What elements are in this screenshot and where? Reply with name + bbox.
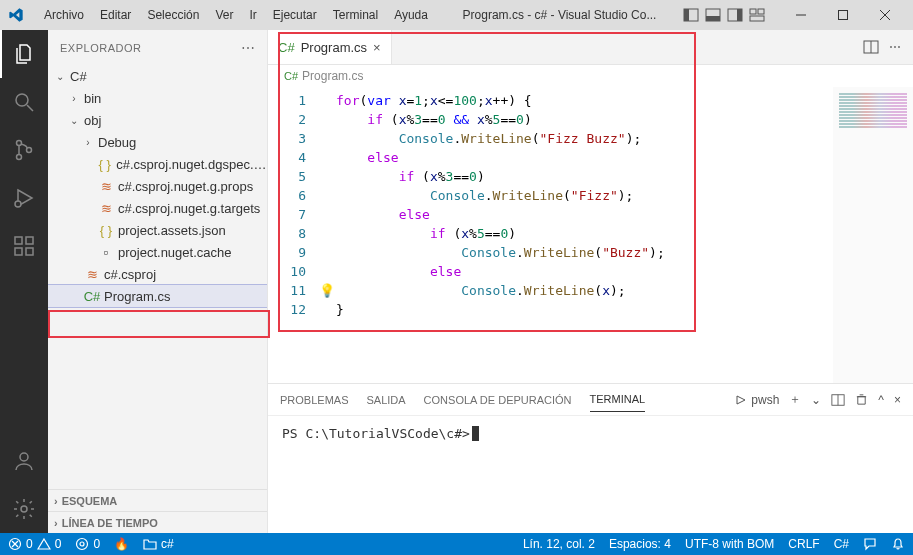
status-eol[interactable]: CRLF xyxy=(788,537,819,551)
menu-archivo[interactable]: Archivo xyxy=(36,4,92,26)
status-feedback-icon[interactable] xyxy=(863,537,877,551)
panel-tabs: PROBLEMASSALIDACONSOLA DE DEPURACIÓNTERM… xyxy=(268,384,913,416)
terminal-cursor xyxy=(472,426,479,441)
menu-selección[interactable]: Selección xyxy=(139,4,207,26)
svg-rect-21 xyxy=(15,248,22,255)
terminal-launch-shell-button[interactable]: pwsh xyxy=(735,393,779,407)
titlebar: ArchivoEditarSelecciónVerIrEjecutarTermi… xyxy=(0,0,913,30)
terminal-new-button[interactable]: ＋ xyxy=(789,391,801,408)
tree-file[interactable]: ▫project.nuget.cache xyxy=(48,241,267,263)
sidebar-section-línea-de-tiempo[interactable]: ›LÍNEA DE TIEMPO xyxy=(48,511,267,533)
terminal-kill-icon[interactable] xyxy=(855,393,868,406)
code-line[interactable]: Console.WriteLine("Fizz"); xyxy=(336,186,833,205)
window-maximize-button[interactable] xyxy=(823,1,863,29)
status-encoding[interactable]: UTF-8 with BOM xyxy=(685,537,774,551)
svg-marker-28 xyxy=(737,396,745,404)
section-label: LÍNEA DE TIEMPO xyxy=(62,517,158,529)
activity-settings-icon[interactable] xyxy=(0,485,48,533)
status-ports[interactable]: 0 xyxy=(75,537,100,551)
explorer-more-icon[interactable]: ⋯ xyxy=(241,40,256,56)
code-editor[interactable]: 123456789101112 💡 for(var x=1;x<=100;x++… xyxy=(268,87,913,383)
status-folder[interactable]: c# xyxy=(143,537,174,551)
tree-folder[interactable]: ›bin xyxy=(48,87,267,109)
svg-point-25 xyxy=(21,506,27,512)
code-line[interactable]: Console.WriteLine(x); xyxy=(336,281,833,300)
status-bell-icon[interactable] xyxy=(891,537,905,551)
code-line[interactable]: if (x%3==0 && x%5==0) xyxy=(336,110,833,129)
status-cursor-position[interactable]: Lín. 12, col. 2 xyxy=(523,537,595,551)
panel-bottom-icon[interactable] xyxy=(705,7,721,23)
activity-explorer-icon[interactable] xyxy=(0,30,48,78)
minimap[interactable] xyxy=(833,87,913,383)
split-editor-icon[interactable] xyxy=(863,39,879,55)
window-close-button[interactable] xyxy=(865,1,905,29)
terminal-dropdown-icon[interactable]: ⌄ xyxy=(811,393,821,407)
panel-tab-problemas[interactable]: PROBLEMAS xyxy=(280,388,348,412)
sidebar-section-esquema[interactable]: ›ESQUEMA xyxy=(48,489,267,511)
panel-right-icon[interactable] xyxy=(727,7,743,23)
menu-ver[interactable]: Ver xyxy=(207,4,241,26)
panel-maximize-icon[interactable]: ^ xyxy=(878,393,884,407)
window-title: Program.cs - c# - Visual Studio Co... xyxy=(440,8,679,22)
menu-ejecutar[interactable]: Ejecutar xyxy=(265,4,325,26)
svg-rect-8 xyxy=(750,16,764,21)
tree-file[interactable]: ≋c#.csproj.nuget.g.targets xyxy=(48,197,267,219)
menu-editar[interactable]: Editar xyxy=(92,4,139,26)
vscode-logo-icon xyxy=(8,7,24,23)
lightbulb-icon[interactable]: 💡 xyxy=(319,281,335,300)
svg-rect-23 xyxy=(26,237,33,244)
code-line[interactable]: Console.WriteLine("Buzz"); xyxy=(336,243,833,262)
bottom-panel: PROBLEMASSALIDACONSOLA DE DEPURACIÓNTERM… xyxy=(268,383,913,533)
panel-tab-terminal[interactable]: TERMINAL xyxy=(590,387,646,412)
code-line[interactable]: if (x%5==0) xyxy=(336,224,833,243)
activity-search-icon[interactable] xyxy=(0,78,48,126)
tree-folder[interactable]: ⌄obj xyxy=(48,109,267,131)
activity-extensions-icon[interactable] xyxy=(0,222,48,270)
activity-bar xyxy=(0,30,48,533)
tree-item-label: bin xyxy=(84,91,101,106)
panel-left-icon[interactable] xyxy=(683,7,699,23)
chevron-right-icon: › xyxy=(68,93,80,104)
status-fire-icon[interactable]: 🔥 xyxy=(114,537,129,551)
svg-rect-5 xyxy=(737,9,742,21)
menu-ir[interactable]: Ir xyxy=(241,4,264,26)
section-label: ESQUEMA xyxy=(62,495,118,507)
tree-file[interactable]: ≋c#.csproj xyxy=(48,263,267,285)
breadcrumb[interactable]: C# Program.cs xyxy=(268,65,913,87)
menu-terminal[interactable]: Terminal xyxy=(325,4,386,26)
tree-file[interactable]: { }project.assets.json xyxy=(48,219,267,241)
tab-program-cs[interactable]: C# Program.cs × xyxy=(268,30,392,64)
panel-close-icon[interactable]: × xyxy=(894,393,901,407)
tree-folder[interactable]: ›Debug xyxy=(48,131,267,153)
status-language[interactable]: C# xyxy=(834,537,849,551)
code-line[interactable]: else xyxy=(336,205,833,224)
activity-account-icon[interactable] xyxy=(0,437,48,485)
activity-source-control-icon[interactable] xyxy=(0,126,48,174)
terminal-split-icon[interactable] xyxy=(831,393,845,407)
tree-file[interactable]: { }c#.csproj.nuget.dgspec.json xyxy=(48,153,267,175)
window-minimize-button[interactable] xyxy=(781,1,821,29)
editor-more-icon[interactable]: ⋯ xyxy=(889,40,901,54)
customize-layout-icon[interactable] xyxy=(749,7,765,23)
tree-file[interactable]: ≋c#.csproj.nuget.g.props xyxy=(48,175,267,197)
panel-tab-consola-de-depuración[interactable]: CONSOLA DE DEPURACIÓN xyxy=(424,388,572,412)
code-line[interactable]: else xyxy=(336,262,833,281)
terminal[interactable]: PS C:\TutorialVSCode\c#> xyxy=(268,416,913,533)
activity-run-debug-icon[interactable] xyxy=(0,174,48,222)
tree-root-folder[interactable]: ⌄ C# xyxy=(48,65,267,87)
code-content[interactable]: for(var x=1;x<=100;x++) { if (x%3==0 && … xyxy=(336,87,833,383)
menu-ayuda[interactable]: Ayuda xyxy=(386,4,436,26)
status-errors-warnings[interactable]: 0 0 xyxy=(8,537,61,551)
svg-point-13 xyxy=(16,94,28,106)
shell-label: pwsh xyxy=(751,393,779,407)
panel-tab-salida[interactable]: SALIDA xyxy=(366,388,405,412)
code-line[interactable]: Console.WriteLine("Fizz Buzz"); xyxy=(336,129,833,148)
code-line[interactable]: if (x%3==0) xyxy=(336,167,833,186)
code-line[interactable]: } xyxy=(336,300,833,319)
close-icon[interactable]: × xyxy=(373,40,381,55)
code-line[interactable]: else xyxy=(336,148,833,167)
tree-file[interactable]: C#Program.cs xyxy=(48,285,267,307)
chevron-right-icon: › xyxy=(54,517,58,529)
code-line[interactable]: for(var x=1;x<=100;x++) { xyxy=(336,91,833,110)
status-indentation[interactable]: Espacios: 4 xyxy=(609,537,671,551)
